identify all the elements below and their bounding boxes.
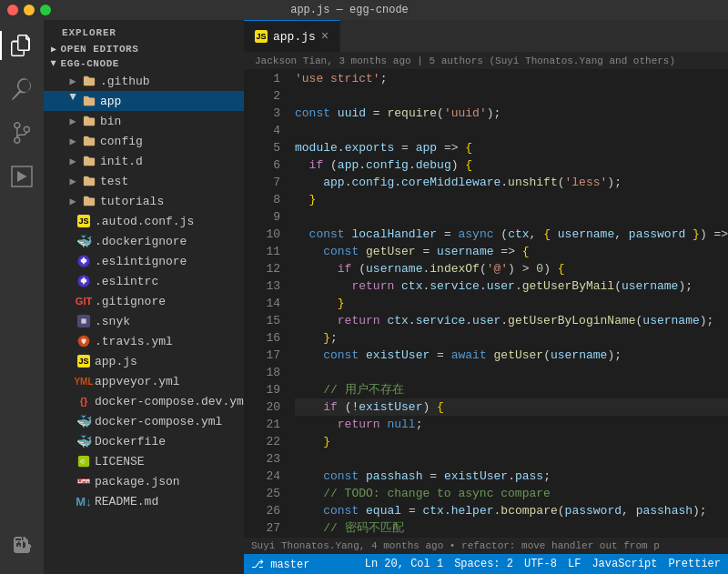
tree-label: .github <box>100 75 150 88</box>
tree-item-config[interactable]: ▶ config <box>44 131 244 151</box>
tree-item-test[interactable]: ▶ test <box>44 171 244 191</box>
activity-search[interactable] <box>0 67 44 111</box>
code-line: if (app.config.debug) { <box>295 156 728 174</box>
tree-item-snyk[interactable]: .snyk <box>44 311 244 331</box>
tree-label: init.d <box>100 155 143 168</box>
tree-item-docker-compose-dev[interactable]: {} docker-compose.dev.yml <box>44 391 244 411</box>
tree-item-app[interactable]: ▶ app <box>44 91 244 111</box>
line-number: 12 <box>244 260 280 277</box>
line-number: 4 <box>244 122 280 139</box>
chevron-icon: ▶ <box>66 134 80 148</box>
js-file-icon: JS <box>76 354 91 368</box>
line-number: 1 <box>244 70 280 87</box>
tab-appjs[interactable]: JS app.js × <box>244 20 340 52</box>
main-layout: EXPLORER ▶ OPEN EDITORS ▶ EGG-CNODE ▶ .g… <box>0 20 728 574</box>
tree-label: appveyor.yml <box>95 375 180 388</box>
line-number: 14 <box>244 295 280 312</box>
activity-extensions[interactable] <box>0 523 44 567</box>
tree-label: test <box>100 175 128 188</box>
tab-bar: JS app.js × <box>244 20 728 52</box>
code-line: const getUser = username => { <box>295 243 728 260</box>
tree-item-travis[interactable]: .travis.yml <box>44 331 244 351</box>
tree-item-initd[interactable]: ▶ init.d <box>44 151 244 171</box>
line-number: 7 <box>244 174 280 191</box>
eslintrc-file-icon <box>76 274 91 288</box>
section-egg-cnode-label: EGG-CNODE <box>61 58 119 69</box>
line-number: 21 <box>244 416 280 433</box>
tree-label: tutorials <box>100 195 164 208</box>
code-line: const passhash = existUser.pass; <box>295 468 728 485</box>
close-button[interactable] <box>7 5 18 15</box>
tree-item-package-json[interactable]: package.json <box>44 471 244 491</box>
line-number: 11 <box>244 243 280 260</box>
git-file-icon: GIT <box>76 294 91 308</box>
status-bar: ⎇ master Ln 20, Col 1 Spaces: 2 UTF-8 LF… <box>244 554 728 574</box>
code-line: // 用户不存在 <box>295 381 728 398</box>
tree-label: Dockerfile <box>95 435 166 448</box>
minimize-button[interactable] <box>24 5 35 15</box>
tree-item-appjs[interactable]: JS app.js <box>44 351 244 371</box>
content-area: JS app.js × Jackson Tian, 3 months ago |… <box>244 20 728 574</box>
line-number: 25 <box>244 485 280 502</box>
code-line <box>295 122 728 139</box>
tree-item-license[interactable]: © LICENSE <box>44 451 244 471</box>
code-area[interactable]: 'use strict'; const uuid = require('uuid… <box>288 70 728 538</box>
code-line <box>295 208 728 226</box>
section-egg-cnode[interactable]: ▶ EGG-CNODE <box>44 56 244 71</box>
line-number: 23 <box>244 450 280 468</box>
status-branch[interactable]: ⎇ master <box>251 558 309 571</box>
activity-explorer[interactable] <box>0 24 44 67</box>
status-spaces[interactable]: Spaces: 2 <box>454 558 513 570</box>
tree-item-autod[interactable]: JS .autod.conf.js <box>44 211 244 231</box>
status-language[interactable]: JavaScript <box>592 558 657 570</box>
tree-label: README.md <box>95 495 158 509</box>
svg-rect-10 <box>83 481 85 483</box>
tree-item-docker-compose[interactable]: 🐳 docker-compose.yml <box>44 411 244 431</box>
tree-item-github[interactable]: ▶ .github <box>44 71 244 91</box>
status-right: Ln 20, Col 1 Spaces: 2 UTF-8 LF JavaScri… <box>365 558 721 570</box>
tree-item-bin[interactable]: ▶ bin <box>44 111 244 131</box>
line-number: 8 <box>244 191 280 208</box>
tree-label: .eslintignore <box>95 255 187 268</box>
tab-close-button[interactable]: × <box>321 30 329 43</box>
svg-rect-8 <box>79 479 81 482</box>
code-line: if (username.indexOf('@') > 0) { <box>295 260 728 277</box>
tree-item-eslintignore[interactable]: .eslintignore <box>44 251 244 271</box>
window-title: app.js — egg-cnode <box>290 4 409 16</box>
chevron-icon: ▶ <box>66 94 80 108</box>
tree-item-tutorials[interactable]: ▶ tutorials <box>44 191 244 211</box>
code-line <box>295 364 728 381</box>
chevron-icon: ▶ <box>66 174 80 188</box>
chevron-icon: ▶ <box>66 74 80 88</box>
status-formatter[interactable]: Prettier <box>668 558 721 570</box>
tree-item-eslintrc[interactable]: .eslintrc <box>44 271 244 291</box>
status-encoding[interactable]: UTF-8 <box>524 558 557 570</box>
tree-label: app <box>100 95 121 108</box>
editor-container: 1234567891011121314151617181920212223242… <box>244 70 728 538</box>
line-number: 17 <box>244 347 280 364</box>
tree-item-gitignore[interactable]: GIT .gitignore <box>44 291 244 311</box>
tree-label: .travis.yml <box>95 335 173 348</box>
sidebar: EXPLORER ▶ OPEN EDITORS ▶ EGG-CNODE ▶ .g… <box>44 20 244 574</box>
tree-item-dockerignore[interactable]: 🐳 .dockerignore <box>44 231 244 251</box>
line-number: 6 <box>244 156 280 174</box>
maximize-button[interactable] <box>40 5 51 15</box>
tree-label: app.js <box>95 355 137 368</box>
activity-source-control[interactable] <box>0 111 44 155</box>
tree-label: docker-compose.yml <box>95 415 222 428</box>
status-position[interactable]: Ln 20, Col 1 <box>365 558 443 570</box>
dockerfile-icon: 🐳 <box>76 434 91 448</box>
line-number: 27 <box>244 519 280 537</box>
tree-item-dockerfile[interactable]: 🐳 Dockerfile <box>44 431 244 451</box>
section-open-editors[interactable]: ▶ OPEN EDITORS <box>44 42 244 56</box>
tree-item-readme[interactable]: M↓ README.md <box>44 491 244 511</box>
status-eol[interactable]: LF <box>568 558 581 570</box>
tree-item-appveyor[interactable]: YML appveyor.yml <box>44 371 244 391</box>
docker-compose-icon: 🐳 <box>76 414 91 428</box>
activity-run[interactable] <box>0 155 44 198</box>
yml-file-icon: YML <box>76 374 91 388</box>
code-line <box>295 450 728 468</box>
tab-js-icon: JS <box>255 30 268 43</box>
code-line: 'use strict'; <box>295 70 728 87</box>
chevron-egg-cnode: ▶ <box>48 61 59 67</box>
